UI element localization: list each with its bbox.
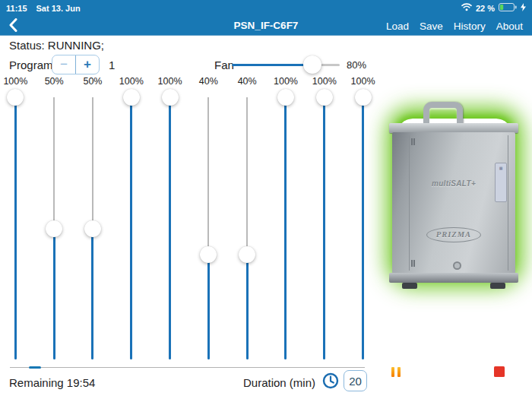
slider-fill — [53, 229, 55, 360]
battery-percent: 22 % — [476, 4, 495, 13]
fan-value: 80% — [347, 59, 366, 71]
nav-actions: Load Save History About — [386, 16, 523, 36]
slider-thumb[interactable] — [162, 89, 179, 106]
footer-divider — [10, 367, 365, 368]
device-foot — [402, 283, 417, 289]
fan-label: Fan — [214, 59, 234, 71]
channel-1-value: 100% — [0, 76, 35, 89]
app-window: 11:15 Sat 13. Jun 22 % PSN_IF-C6F7 Load — [0, 0, 532, 399]
channel-sliders: 100% 50% 50% 100% 100% 40% 40% 100% 100%… — [0, 76, 382, 365]
program-value: 1 — [109, 59, 115, 71]
save-button[interactable]: Save — [420, 21, 443, 32]
slider-track — [246, 97, 248, 255]
slider-fill — [91, 229, 93, 360]
slider-fill — [130, 97, 132, 359]
hinge — [411, 138, 413, 145]
channel-2-slider[interactable] — [35, 89, 74, 363]
device-status-text: Status: RUNNING; — [9, 39, 104, 52]
remaining-time: Remaining 19:54 — [9, 376, 95, 389]
channel-4-value: 100% — [112, 76, 150, 89]
slider-thumb[interactable] — [123, 89, 140, 106]
device-foot — [490, 283, 505, 289]
slider-fill — [169, 97, 171, 359]
slider-thumb[interactable] — [277, 89, 294, 106]
program-label: Program — [9, 59, 53, 71]
fan-slider-fill — [232, 64, 312, 66]
stop-button[interactable] — [494, 366, 505, 377]
channel-6-slider[interactable] — [189, 89, 228, 363]
fan-slider[interactable] — [232, 55, 340, 74]
slider-fill — [323, 97, 325, 359]
status-date: Sat 13. Jun — [36, 4, 81, 13]
device-model-logo: multiSALT+ — [392, 179, 515, 188]
slider-fill — [14, 97, 17, 359]
slider-fill — [284, 97, 287, 359]
wifi-icon — [461, 3, 472, 13]
program-increment-button[interactable]: + — [76, 55, 99, 74]
pause-bar — [391, 367, 394, 377]
device-image: ▦ multiSALT+ PRIZMA — [384, 90, 532, 291]
slider-thumb[interactable] — [355, 89, 372, 106]
slider-thumb[interactable] — [200, 246, 217, 263]
about-button[interactable]: About — [496, 21, 523, 32]
slider-track — [53, 97, 55, 229]
channel-9-value: 100% — [305, 76, 344, 89]
program-stepper: − + — [52, 55, 100, 74]
slider-thumb[interactable] — [46, 220, 62, 237]
slider-track — [207, 97, 209, 255]
device-brand-logo: PRIZMA — [426, 227, 481, 242]
slider-thumb[interactable] — [7, 89, 24, 106]
charging-bolt-icon — [521, 3, 526, 13]
channel-8-value: 100% — [267, 76, 306, 89]
channel-9-slider[interactable] — [305, 89, 344, 363]
status-bar: 11:15 Sat 13. Jun 22 % — [0, 0, 532, 16]
channel-3-slider[interactable] — [74, 89, 112, 363]
slider-fill — [246, 255, 249, 359]
horizontal-scroll-indicator[interactable] — [29, 366, 41, 369]
history-button[interactable]: History — [454, 21, 486, 32]
channel-5-slider[interactable] — [150, 89, 189, 363]
clock-icon[interactable] — [322, 372, 339, 389]
slider-fill — [362, 97, 364, 359]
channel-5-value: 100% — [150, 76, 189, 89]
battery-icon — [499, 3, 517, 13]
channel-10-value: 100% — [344, 76, 382, 89]
slider-track — [92, 97, 93, 229]
device-lock — [453, 261, 461, 270]
slider-fill — [207, 255, 210, 359]
channel-2-value: 50% — [35, 76, 74, 89]
pause-bar — [397, 367, 401, 377]
program-decrement-button[interactable]: − — [52, 55, 76, 74]
channel-4-slider[interactable] — [112, 89, 150, 363]
channel-7-slider[interactable] — [228, 89, 267, 363]
pause-button[interactable] — [391, 367, 401, 377]
load-button[interactable]: Load — [386, 21, 409, 32]
device-cabinet: ▦ multiSALT+ PRIZMA — [392, 132, 515, 274]
channel-6-value: 40% — [189, 76, 228, 89]
channel-8-slider[interactable] — [267, 89, 306, 363]
channel-1-slider[interactable] — [0, 89, 35, 363]
status-time: 11:15 — [6, 4, 27, 13]
slider-thumb[interactable] — [239, 246, 255, 263]
duration-label: Duration (min) — [228, 376, 315, 389]
hinge — [411, 260, 413, 267]
slider-thumb[interactable] — [84, 220, 101, 237]
navigation-bar: PSN_IF-C6F7 Load Save History About — [0, 16, 532, 36]
duration-input[interactable] — [344, 370, 367, 391]
channel-7-value: 40% — [228, 76, 267, 89]
channel-3-value: 50% — [74, 76, 112, 89]
device-base — [389, 273, 518, 283]
channel-10-slider[interactable] — [344, 89, 382, 363]
fan-slider-thumb[interactable] — [303, 55, 321, 74]
slider-thumb[interactable] — [316, 89, 333, 106]
